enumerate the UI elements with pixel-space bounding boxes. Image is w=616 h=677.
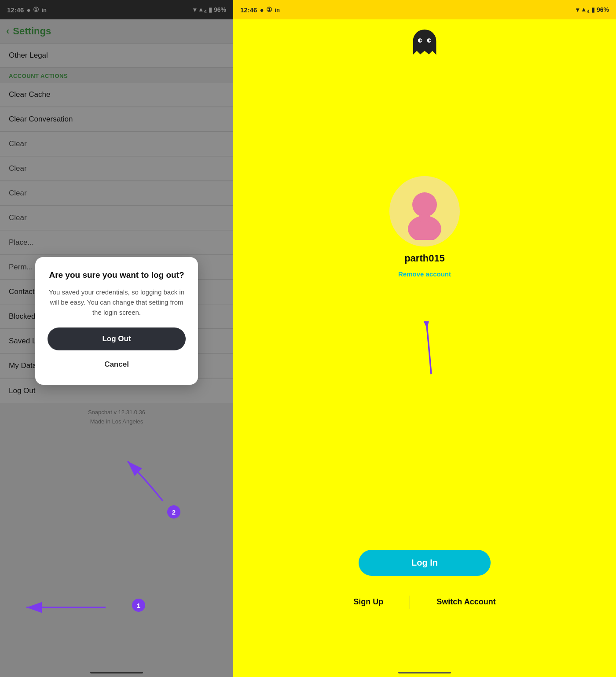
sign-up-link[interactable]: Sign Up [327,593,410,611]
right-signal-icon: ▲4 [581,6,590,14]
svg-rect-9 [419,214,430,222]
svg-point-6 [429,40,431,42]
logout-dialog: Are you sure you want to log out? You sa… [35,257,198,384]
dialog-cancel-button[interactable]: Cancel [48,354,186,375]
right-panel: 12:46 ● ① in ▾ ▲4 ▮ 96% [233,0,616,677]
dialog-body: You saved your credentials, so logging b… [48,287,186,318]
profile-section: parth015 Remove account [389,176,460,278]
right-status-right: ▾ ▲4 ▮ 96% [576,6,609,14]
svg-point-5 [420,40,422,42]
right-wifi-icon: ▾ [576,6,579,13]
right-time: 12:46 [240,6,257,14]
svg-point-7 [412,192,437,217]
marker-2: 2 [167,505,180,519]
right-status-bar: 12:46 ● ① in ▾ ▲4 ▮ 96% [233,0,616,19]
dialog-title: Are you sure you want to log out? [48,269,186,281]
right-one-badge: ① [266,6,272,14]
left-panel: 12:46 ● ① in ▾ ▲4 ▮ 96% ‹ Settings Other… [0,0,233,677]
right-status-left: 12:46 ● ① in [240,6,280,14]
avatar [389,176,460,247]
snapchat-ghost-icon [407,26,442,63]
marker-1: 1 [132,599,145,612]
arrow-to-cancel [101,453,180,505]
right-nav-bar [398,672,451,673]
right-linkedin-icon: in [275,7,280,13]
arrow-to-remove-account [405,321,458,379]
right-dot-icon: ● [260,6,264,14]
bottom-links: Sign Up Switch Account [233,593,616,611]
right-battery-icon: ▮ [591,6,595,13]
username-display: parth015 [404,253,445,264]
remove-account-link[interactable]: Remove account [398,270,451,278]
logout-dialog-overlay: Are you sure you want to log out? You sa… [0,0,233,677]
switch-account-link[interactable]: Switch Account [410,593,522,611]
login-button[interactable]: Log In [359,550,491,576]
dialog-logout-button[interactable]: Log Out [48,327,186,350]
arrow-to-logout [18,599,114,616]
right-battery-percent: 96% [597,6,609,13]
